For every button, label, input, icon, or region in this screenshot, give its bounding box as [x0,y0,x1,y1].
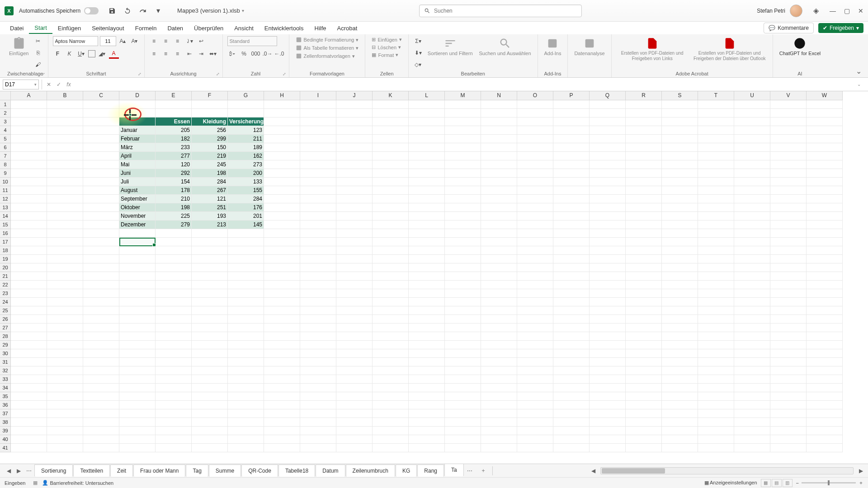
cell-L23[interactable] [409,289,445,298]
cell-E40[interactable] [156,435,192,444]
cell-T33[interactable] [698,375,734,384]
cell-Q16[interactable] [590,229,626,238]
cell-R41[interactable] [626,444,662,452]
cell-S33[interactable] [662,375,698,384]
cell-N6[interactable] [481,143,517,152]
cell-T19[interactable] [698,255,734,263]
cell-V1[interactable] [770,100,807,109]
cell-B25[interactable] [47,306,83,315]
cell-M6[interactable] [445,143,481,152]
cell-E41[interactable] [156,444,192,452]
cell-I27[interactable] [300,324,336,332]
cell-N40[interactable] [481,435,517,444]
cell-S7[interactable] [662,152,698,160]
cell-V29[interactable] [770,341,807,349]
cell-M37[interactable] [445,409,481,418]
cell-L26[interactable] [409,315,445,324]
cell-I26[interactable] [300,315,336,324]
cell-F29[interactable] [192,341,228,349]
cell-C20[interactable] [83,263,119,272]
cell-E1[interactable] [156,100,192,109]
sheet-tab-tabelle18[interactable]: Tabelle18 [278,465,315,477]
cell-N25[interactable] [481,306,517,315]
cell-V25[interactable] [770,306,807,315]
cell-S28[interactable] [662,332,698,341]
row-header-5[interactable]: 5 [0,135,11,143]
cell-I2[interactable] [300,109,336,117]
cell-Q21[interactable] [590,272,626,281]
cell-J36[interactable] [336,401,373,409]
cell-U33[interactable] [734,375,770,384]
cell-B19[interactable] [47,255,83,263]
cell-R31[interactable] [626,358,662,366]
cell-J10[interactable] [336,178,373,186]
menu-tab-überprüfen[interactable]: Überprüfen [189,23,229,33]
cell-U37[interactable] [734,409,770,418]
cell-I15[interactable] [300,221,336,229]
paste-button[interactable]: Einfügen [7,36,30,57]
cell-M4[interactable] [445,126,481,135]
fx-icon[interactable]: fx [64,80,74,89]
cell-N16[interactable] [481,229,517,238]
cell-T17[interactable] [698,238,734,246]
cell-F8[interactable]: 245 [192,160,228,169]
cell-K20[interactable] [373,263,409,272]
cell-J15[interactable] [336,221,373,229]
cell-Q39[interactable] [590,427,626,435]
col-header-L[interactable]: L [409,91,445,100]
cell-G39[interactable] [228,427,264,435]
cell-U5[interactable] [734,135,770,143]
cell-O4[interactable] [517,126,553,135]
cell-T16[interactable] [698,229,734,238]
cell-R39[interactable] [626,427,662,435]
cell-D38[interactable] [119,418,156,427]
cell-D23[interactable] [119,289,156,298]
cell-D34[interactable] [119,384,156,392]
font-size-input[interactable] [100,36,116,46]
cell-W41[interactable] [807,444,843,452]
cell-W18[interactable] [807,246,843,255]
cell-M26[interactable] [445,315,481,324]
percent-icon[interactable]: % [239,49,249,59]
align-bottom-icon[interactable]: ≡ [173,36,183,46]
cell-K25[interactable] [373,306,409,315]
cell-Q1[interactable] [590,100,626,109]
cell-G18[interactable] [228,246,264,255]
cell-M39[interactable] [445,427,481,435]
cell-F33[interactable] [192,375,228,384]
cell-S18[interactable] [662,246,698,255]
cell-A31[interactable] [11,358,47,366]
cell-D22[interactable] [119,281,156,289]
cell-H7[interactable] [264,152,300,160]
align-right-icon[interactable]: ≡ [173,49,183,59]
row-header-22[interactable]: 22 [0,281,11,289]
cell-T25[interactable] [698,306,734,315]
cell-N23[interactable] [481,289,517,298]
cell-A38[interactable] [11,418,47,427]
col-header-W[interactable]: W [807,91,843,100]
cell-K6[interactable] [373,143,409,152]
cell-C24[interactable] [83,298,119,306]
col-header-A[interactable]: A [11,91,47,100]
cell-O38[interactable] [517,418,553,427]
cell-D32[interactable] [119,366,156,375]
cell-H24[interactable] [264,298,300,306]
cell-R9[interactable] [626,169,662,178]
cell-R7[interactable] [626,152,662,160]
cell-A35[interactable] [11,392,47,401]
cell-T28[interactable] [698,332,734,341]
cell-L34[interactable] [409,384,445,392]
menu-tab-einfügen[interactable]: Einfügen [52,23,86,33]
cell-F14[interactable]: 193 [192,212,228,221]
cell-V36[interactable] [770,401,807,409]
cell-H3[interactable] [264,117,300,126]
cell-V26[interactable] [770,315,807,324]
cell-C2[interactable] [83,109,119,117]
cell-L11[interactable] [409,186,445,195]
cell-F6[interactable]: 150 [192,143,228,152]
cell-I33[interactable] [300,375,336,384]
cell-U30[interactable] [734,349,770,358]
format-as-table-button[interactable]: Als Tabelle formatieren ▾ [294,44,361,52]
cell-H33[interactable] [264,375,300,384]
cell-D31[interactable] [119,358,156,366]
